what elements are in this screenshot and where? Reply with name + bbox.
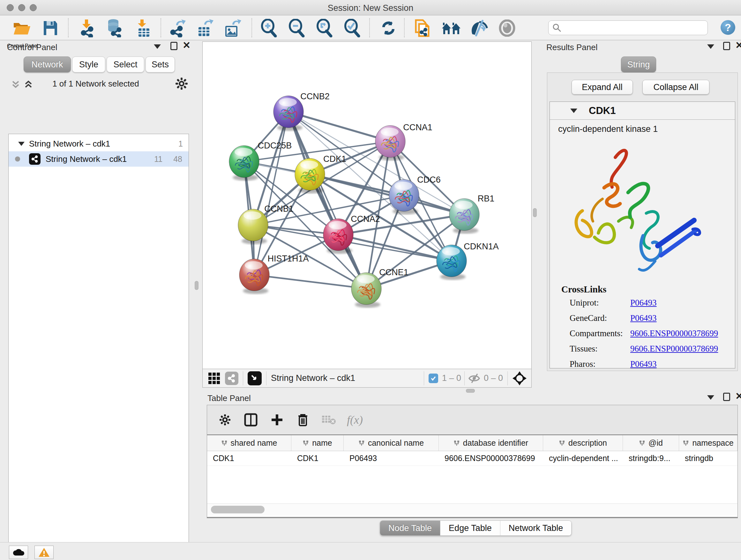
main-toolbar: ? xyxy=(0,16,741,40)
export-network-button[interactable] xyxy=(167,18,188,38)
node-CDK1[interactable]: CDK1 xyxy=(295,154,346,193)
cell--id[interactable]: stringdb:9... xyxy=(623,451,679,465)
delete-table-icon[interactable] xyxy=(321,415,336,425)
column-header-namespace[interactable]: namespace xyxy=(679,435,738,451)
node-RB1[interactable]: RB1 xyxy=(449,194,494,234)
column-header-name[interactable]: name xyxy=(291,435,344,451)
network-canvas[interactable]: CCNB2CCNA1CDC25BCDK1CDC6RB1CCNB1CCNA2CDK… xyxy=(202,42,532,369)
column-header--id[interactable]: @id xyxy=(623,435,679,451)
crosslink-value[interactable]: P06493 xyxy=(630,313,735,323)
network-options-gear-icon[interactable] xyxy=(175,77,188,90)
tab-network[interactable]: Network xyxy=(23,57,71,72)
cell-description[interactable]: cyclin-dependent ... xyxy=(543,451,623,465)
table-gear-icon[interactable] xyxy=(219,414,231,426)
gene-expander-icon[interactable] xyxy=(570,109,577,113)
help-button[interactable]: ? xyxy=(721,20,735,35)
collection-expander-icon[interactable] xyxy=(18,142,24,146)
column-header-database-identifier[interactable]: database identifier xyxy=(439,435,543,451)
status-separator xyxy=(243,371,243,385)
panel-float-icon[interactable] xyxy=(171,42,178,50)
expand-all-networks-icon[interactable] xyxy=(23,79,33,90)
node-CDKN1A[interactable]: CDKN1A xyxy=(436,242,499,280)
tab-edge-table[interactable]: Edge Table xyxy=(441,521,500,536)
cell-canonical-name[interactable]: P06493 xyxy=(344,451,439,465)
open-in-window-icon[interactable] xyxy=(248,371,262,385)
tab-sets[interactable]: Sets xyxy=(145,57,175,72)
cell-database-identifier[interactable]: 9606.ENSP00000378699 xyxy=(439,451,543,465)
column-header-description[interactable]: description xyxy=(543,435,623,451)
node-CCNB2[interactable]: CCNB2 xyxy=(273,91,330,131)
fit-crosshair-icon[interactable] xyxy=(512,371,527,386)
zoom-fit-button[interactable] xyxy=(314,18,335,38)
crosslink-value[interactable]: P06493 xyxy=(630,298,735,308)
edge-CCNB2-CCNA1[interactable] xyxy=(288,112,390,141)
network-row[interactable]: String Network – cdk1 11 48 xyxy=(9,151,189,167)
collapse-all-networks-icon[interactable] xyxy=(11,79,20,90)
table-hscrollbar[interactable] xyxy=(207,503,738,515)
function-builder-icon[interactable]: f(x) xyxy=(347,413,363,427)
tab-select[interactable]: Select xyxy=(107,57,144,72)
show-columns-icon[interactable] xyxy=(244,413,258,427)
selected-checkbox[interactable] xyxy=(428,374,438,383)
import-table-button[interactable] xyxy=(133,18,153,38)
network-collection-row[interactable]: String Network – cdk1 1 xyxy=(9,137,189,151)
crosslink-value[interactable]: 9606.ENSP00000378699 xyxy=(630,328,735,338)
add-column-icon[interactable] xyxy=(270,413,284,427)
panel-float-icon[interactable] xyxy=(723,393,730,401)
houses-button[interactable] xyxy=(441,18,462,38)
table-hscrollbar-thumb[interactable] xyxy=(211,506,265,513)
cell-shared-name[interactable]: CDK1 xyxy=(207,451,291,465)
houses-icon xyxy=(441,19,462,37)
birdseye-grid-icon[interactable] xyxy=(208,372,220,385)
column-header-shared-name[interactable]: shared name xyxy=(207,435,291,451)
search-icon xyxy=(552,23,561,32)
crosslink-value[interactable]: P06493 xyxy=(630,359,735,369)
export-table-button[interactable] xyxy=(195,18,215,38)
table-row[interactable]: CDK1CDK1P064939606.ENSP00000378699cyclin… xyxy=(207,451,738,466)
expand-all-button[interactable]: Expand All xyxy=(571,80,633,95)
refresh-button[interactable] xyxy=(378,18,399,38)
edge-CDK1-RB1[interactable] xyxy=(310,174,464,214)
panel-menu-icon[interactable] xyxy=(154,44,161,49)
search-box[interactable] xyxy=(548,20,708,35)
open-session-button[interactable] xyxy=(11,18,32,38)
zoom-selected-button[interactable] xyxy=(342,18,362,38)
edge-HIST1H1A-CCNE1[interactable] xyxy=(254,275,366,289)
delete-column-trash-icon[interactable] xyxy=(296,413,309,427)
tab-string[interactable]: String xyxy=(621,57,656,72)
zoom-out-button[interactable] xyxy=(286,18,307,38)
panel-close-icon[interactable]: ✕ xyxy=(735,41,741,50)
panel-close-icon[interactable]: ✕ xyxy=(183,41,191,50)
panel-menu-icon[interactable] xyxy=(707,395,714,400)
hide-graphics-button[interactable] xyxy=(469,18,489,38)
cloud-button[interactable] xyxy=(9,546,28,559)
node-HIST1H1A[interactable]: HIST1H1A xyxy=(239,254,309,294)
node-CCNA2[interactable]: CCNA2 xyxy=(323,214,380,254)
tab-node-table[interactable]: Node Table xyxy=(380,521,441,536)
panel-close-icon[interactable]: ✕ xyxy=(735,392,741,400)
import-network-button[interactable] xyxy=(77,18,97,38)
network-share-icon[interactable] xyxy=(225,372,239,385)
crosslink-value[interactable]: 9606.ENSP00000378699 xyxy=(630,344,735,354)
panel-menu-icon[interactable] xyxy=(707,44,714,49)
node-CCNB1[interactable]: CCNB1 xyxy=(238,204,293,244)
node-CDC6[interactable]: CDC6 xyxy=(389,175,441,214)
tab-network-table[interactable]: Network Table xyxy=(500,521,571,536)
import-database-button[interactable] xyxy=(104,18,125,38)
zoom-in-button[interactable] xyxy=(259,18,279,38)
file-network-button[interactable] xyxy=(413,18,433,38)
tab-style[interactable]: Style xyxy=(72,57,105,72)
left-splitter-grip[interactable] xyxy=(195,281,199,290)
cell-namespace[interactable]: stringdb xyxy=(679,451,738,465)
panel-float-icon[interactable] xyxy=(723,42,730,50)
cell-name[interactable]: CDK1 xyxy=(291,451,344,465)
save-session-button[interactable] xyxy=(40,18,61,38)
warning-button[interactable] xyxy=(35,546,54,559)
export-image-button[interactable] xyxy=(222,18,243,38)
show-graphics-button[interactable] xyxy=(497,18,517,38)
collapse-all-button[interactable]: Collapse All xyxy=(643,80,710,95)
edge-CCNB2-HIST1H1A[interactable] xyxy=(254,112,288,275)
search-input[interactable] xyxy=(564,23,704,32)
column-header-canonical-name[interactable]: canonical name xyxy=(344,435,439,451)
gene-header[interactable]: CDK1 xyxy=(550,102,735,120)
